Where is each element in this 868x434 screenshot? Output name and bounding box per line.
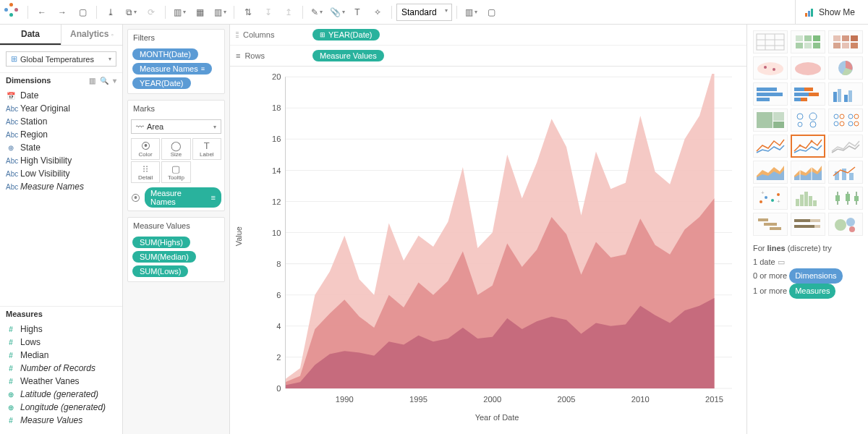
showme-viz-option[interactable] (791, 161, 825, 184)
presentation-icon[interactable]: ▢ (482, 3, 501, 22)
mea-field[interactable]: #Measure Values (0, 414, 122, 427)
highlight-icon[interactable]: ✎ (307, 3, 326, 22)
y-axis-label: Value (234, 226, 243, 246)
svg-rect-61 (794, 98, 801, 101)
showme-viz-option[interactable] (753, 213, 788, 236)
showme-viz-option[interactable] (791, 213, 825, 236)
svg-point-80 (848, 122, 853, 126)
showme-viz-option[interactable] (791, 82, 825, 106)
filter-pill[interactable]: MONTH(Date) (132, 48, 198, 60)
datasource-selector[interactable]: ⊞Global Temperatures (6, 51, 116, 67)
showlabels-icon[interactable]: T (348, 3, 367, 22)
mea-field[interactable]: #Highs (0, 323, 122, 336)
fit-dropdown[interactable]: Standard (396, 4, 452, 21)
dim-field[interactable]: AbcRegion (0, 128, 122, 141)
showme-viz-option[interactable] (791, 30, 825, 54)
save-icon[interactable]: ▢ (73, 3, 92, 22)
svg-text:14: 14 (272, 166, 281, 174)
dim-field[interactable]: AbcMeasure Names (0, 180, 122, 193)
dim-field[interactable]: AbcLow Visibility (0, 167, 122, 180)
worksheet-area: ⦙⦙Columns ⊞YEAR(Date) ≡Rows Measure Valu… (230, 25, 746, 434)
x-axis-label: Year of Date (262, 413, 732, 422)
dim-field[interactable]: AbcStation (0, 115, 122, 128)
dim-field[interactable]: ⊕State (0, 141, 122, 154)
mea-field[interactable]: #Weather Vanes (0, 375, 122, 388)
back-icon[interactable]: ← (33, 3, 51, 22)
showme-viz-option[interactable] (753, 82, 788, 106)
tab-analytics[interactable]: Analytics ◦ (61, 25, 122, 45)
new-datasource-icon[interactable]: ⤓ (101, 3, 120, 22)
refresh-icon[interactable]: ⟳ (142, 3, 161, 22)
pause-autoupdate-icon[interactable]: ⧉ (122, 3, 140, 22)
showme-viz-option[interactable] (753, 135, 788, 158)
sort-desc-icon[interactable]: ↥ (279, 3, 298, 22)
showme-viz-option[interactable] (791, 56, 825, 80)
view-as-icon[interactable]: ▥ (89, 77, 95, 85)
rows-icon: ≡ (236, 51, 240, 60)
svg-point-119 (849, 226, 855, 232)
showme-viz-option[interactable] (828, 109, 863, 132)
mark-tooltip-button[interactable]: ▢Tooltip (161, 161, 190, 183)
filter-pill[interactable]: Measure Names≡ (132, 63, 212, 75)
chart-canvas[interactable]: 0246810121416182019901995200020052010201… (262, 74, 732, 407)
mark-type-dropdown[interactable]: 〰Area (131, 119, 221, 134)
showhide-cards-icon[interactable]: ▥ (461, 3, 480, 22)
showme-viz-option[interactable] (828, 82, 863, 106)
rows-pill-measure-values[interactable]: Measure Values (312, 50, 384, 61)
mea-field[interactable]: ⊕Longitude (generated) (0, 401, 122, 414)
mark-color-button[interactable]: ⦿Color (131, 138, 160, 160)
clear-sheet-icon[interactable]: ▥ (210, 3, 229, 22)
mark-label-button[interactable]: TLabel (192, 138, 221, 160)
duplicate-sheet-icon[interactable]: ▦ (190, 3, 209, 22)
showme-viz-option[interactable] (753, 30, 788, 54)
tab-data[interactable]: Data (0, 25, 61, 45)
dim-field[interactable]: AbcHigh Visibility (0, 154, 122, 167)
filter-pill[interactable]: YEAR(Date) (132, 77, 191, 89)
svg-text:2010: 2010 (631, 395, 650, 404)
showme-viz-option[interactable] (828, 161, 863, 184)
group-icon[interactable]: 📎 (328, 3, 346, 22)
dim-field[interactable]: 📅Date (0, 89, 122, 102)
showme-button[interactable]: Show Me (795, 0, 864, 24)
new-worksheet-icon[interactable]: ▥ (170, 3, 189, 22)
mea-field[interactable]: #Number of Records (0, 362, 122, 375)
data-pane: Data Analytics ◦ ⊞Global Temperatures Di… (0, 25, 123, 434)
svg-point-117 (835, 219, 846, 231)
columns-pill-year[interactable]: ⊞YEAR(Date) (312, 29, 380, 41)
showme-viz-option[interactable] (828, 135, 863, 158)
pin-icon[interactable]: ✧ (368, 3, 387, 22)
showme-viz-option[interactable] (753, 56, 788, 80)
dimensions-menu-icon[interactable]: ▾ (113, 77, 116, 85)
showme-viz-option[interactable] (828, 30, 863, 54)
measure-value-pill[interactable]: SUM(Median) (132, 251, 196, 263)
swap-icon[interactable]: ⇅ (239, 3, 258, 22)
showme-viz-option[interactable] (753, 109, 788, 132)
showme-viz-option[interactable]: ++ (753, 187, 788, 210)
showme-viz-option[interactable] (828, 187, 863, 210)
svg-point-73 (810, 122, 816, 127)
mea-field[interactable]: #Median (0, 349, 122, 362)
columns-shelf[interactable]: ⦙⦙Columns ⊞YEAR(Date) (230, 25, 746, 46)
svg-rect-92 (849, 173, 854, 180)
dim-field[interactable]: AbcYear Original (0, 102, 122, 115)
mark-detail-button[interactable]: ⁝⁝Detail (131, 161, 160, 183)
forward-icon[interactable]: → (53, 3, 72, 22)
measure-value-pill[interactable]: SUM(Highs) (132, 237, 190, 248)
rows-shelf[interactable]: ≡Rows Measure Values (230, 46, 746, 66)
showme-viz-option[interactable] (791, 109, 825, 132)
showme-viz-option[interactable] (828, 56, 863, 80)
color-encoding-pill[interactable]: Measure Names≡ (145, 187, 221, 208)
measure-value-pill[interactable]: SUM(Lows) (132, 265, 188, 277)
sort-asc-icon[interactable]: ↧ (259, 3, 278, 22)
svg-rect-39 (813, 35, 820, 41)
mark-size-button[interactable]: ◯Size (161, 138, 190, 160)
mea-field[interactable]: #Lows (0, 336, 122, 349)
showme-viz-option[interactable] (791, 187, 825, 210)
find-field-icon[interactable]: 🔍 (100, 77, 109, 85)
svg-text:20: 20 (272, 74, 281, 81)
showme-viz-option[interactable] (791, 135, 825, 158)
mea-field[interactable]: ⊕Latitude (generated) (0, 388, 122, 401)
showme-viz-option[interactable] (753, 161, 788, 184)
svg-rect-46 (833, 43, 841, 48)
showme-viz-option[interactable] (828, 213, 863, 236)
